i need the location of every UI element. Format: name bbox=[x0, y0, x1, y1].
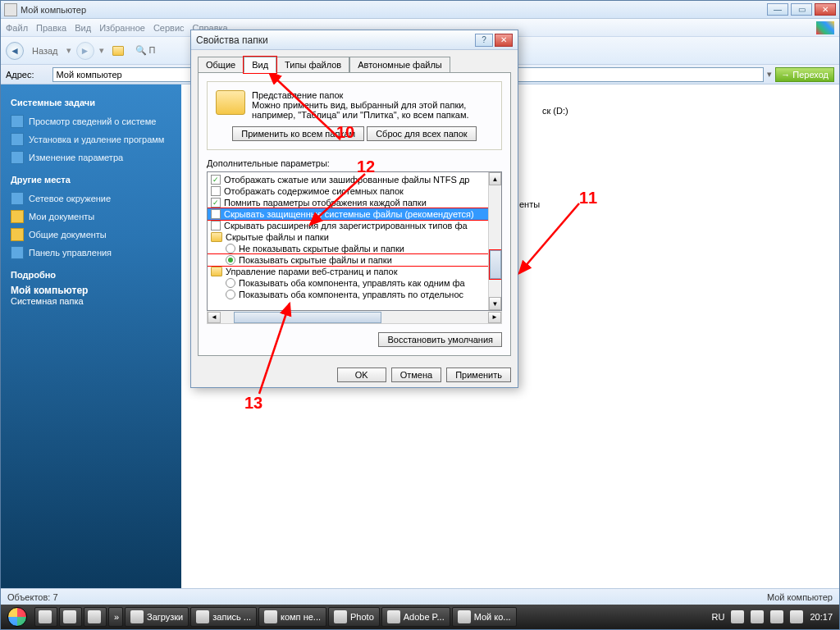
clock[interactable]: 20:17 bbox=[810, 612, 833, 622]
details-sub: Системная папка bbox=[11, 296, 171, 306]
list-item[interactable]: Показывать скрытые файлы и папки bbox=[208, 254, 488, 266]
restore-defaults-button[interactable]: Восстановить умолчания bbox=[378, 332, 502, 347]
hscroll-thumb[interactable] bbox=[234, 312, 381, 323]
place-mydocs[interactable]: Мои документы bbox=[11, 208, 171, 226]
quicklaunch-item[interactable] bbox=[59, 607, 82, 627]
app-icon bbox=[39, 610, 52, 623]
tab-filetypes[interactable]: Типы файлов bbox=[276, 57, 349, 73]
taskbar-item[interactable]: Загрузки bbox=[125, 607, 189, 627]
place-control[interactable]: Панель управления bbox=[11, 244, 171, 262]
radio-icon[interactable] bbox=[226, 278, 235, 288]
list-item-label: Не показывать скрытые файлы и папки bbox=[239, 244, 404, 253]
place-shared[interactable]: Общие документы bbox=[11, 226, 171, 244]
taskbar-item[interactable]: запись ... bbox=[190, 607, 257, 627]
search-button[interactable]: 🔍 П bbox=[132, 41, 159, 61]
menu-fav[interactable]: Избранное bbox=[99, 23, 145, 33]
volume-icon[interactable] bbox=[790, 610, 803, 623]
menu-view[interactable]: Вид bbox=[75, 23, 91, 33]
tray-icon[interactable] bbox=[751, 610, 764, 623]
menu-edit[interactable]: Правка bbox=[36, 23, 66, 33]
close-button[interactable]: ✕ bbox=[815, 3, 836, 16]
list-item[interactable]: Не показывать скрытые файлы и папки bbox=[208, 243, 488, 254]
scroll-up-button[interactable]: ▲ bbox=[489, 172, 501, 185]
list-item[interactable]: Показывать оба компонента, управлять по … bbox=[208, 289, 488, 300]
radio-icon[interactable] bbox=[226, 244, 235, 253]
reset-all-button[interactable]: Сброс для всех папок bbox=[367, 126, 477, 141]
tasks-heading: Системные задачи bbox=[11, 98, 171, 107]
list-item[interactable]: Показывать оба компонента, управлять как… bbox=[208, 277, 488, 289]
status-right: Мой компьютер bbox=[767, 592, 833, 602]
settings-icon bbox=[11, 151, 24, 164]
go-button[interactable]: → Переход bbox=[775, 67, 834, 82]
up-button[interactable] bbox=[109, 41, 127, 61]
checkbox-icon[interactable]: ✓ bbox=[211, 198, 221, 208]
tab-view[interactable]: Вид bbox=[244, 57, 276, 73]
list-item[interactable]: Управление парами веб-страниц и папок bbox=[208, 266, 488, 277]
taskbar-item[interactable]: Photo bbox=[328, 607, 380, 627]
cancel-button[interactable]: Отмена bbox=[391, 368, 441, 382]
place-network[interactable]: Сетевое окружение bbox=[11, 189, 171, 208]
tab-offline[interactable]: Автономные файлы bbox=[349, 57, 450, 73]
list-item-label: Управление парами веб-страниц и папок bbox=[226, 267, 397, 276]
radio-icon[interactable] bbox=[226, 290, 235, 299]
list-item[interactable]: Отображать содержимое системных папок bbox=[208, 185, 488, 197]
back-label[interactable]: Назад bbox=[29, 41, 62, 61]
list-item-label: Показывать оба компонента, управлять по … bbox=[239, 290, 463, 299]
details-heading: Подробно bbox=[11, 270, 171, 280]
content-item[interactable]: енты bbox=[519, 199, 540, 209]
checkbox-icon[interactable]: ✓ bbox=[211, 175, 221, 185]
tray-icon[interactable] bbox=[731, 610, 744, 623]
task-sysinfo[interactable]: Просмотр сведений о системе bbox=[11, 112, 171, 130]
folder-views-group: Представление папок Можно применить вид,… bbox=[207, 81, 502, 150]
scroll-thumb[interactable] bbox=[490, 250, 501, 279]
tab-strip: Общие Вид Типы файлов Автономные файлы bbox=[198, 57, 511, 73]
folder-options-dialog: Свойства папки ? ✕ Общие Вид Типы файлов… bbox=[190, 30, 518, 388]
content-item[interactable]: ск (D:) bbox=[542, 106, 568, 116]
advanced-settings-list[interactable]: ✓Отображать сжатые или зашифрованные фай… bbox=[207, 171, 502, 311]
list-item[interactable]: Скрывать расширения для зарегистрированн… bbox=[208, 220, 488, 231]
menu-file[interactable]: Файл bbox=[6, 23, 28, 33]
status-left: Объектов: 7 bbox=[7, 592, 58, 602]
horizontal-scrollbar[interactable]: ◄ ► bbox=[207, 311, 502, 324]
checkbox-icon[interactable] bbox=[211, 209, 221, 219]
word-icon bbox=[264, 610, 277, 623]
scroll-left-button[interactable]: ◄ bbox=[208, 312, 221, 323]
dialog-close-button[interactable]: ✕ bbox=[495, 34, 513, 47]
start-button[interactable] bbox=[1, 605, 34, 629]
ok-button[interactable]: OK bbox=[337, 368, 386, 382]
list-item[interactable]: Скрытые файлы и папки bbox=[208, 231, 488, 243]
quicklaunch-item[interactable] bbox=[84, 607, 107, 627]
list-item[interactable]: Скрывать защищенные системные файлы (рек… bbox=[208, 208, 488, 220]
list-item[interactable]: ✓Отображать сжатые или зашифрованные фай… bbox=[208, 174, 488, 185]
task-settings[interactable]: Изменение параметра bbox=[11, 148, 171, 167]
minimize-button[interactable]: — bbox=[767, 3, 788, 16]
quicklaunch-item[interactable] bbox=[34, 607, 57, 627]
taskbar-item[interactable]: Мой ко... bbox=[452, 607, 517, 627]
list-item[interactable]: ✓Помнить параметры отображения каждой па… bbox=[208, 197, 488, 208]
checkbox-icon[interactable] bbox=[211, 221, 221, 231]
taskbar: » Загрузки запись ... комп не... Photo A… bbox=[1, 605, 839, 629]
tab-general[interactable]: Общие bbox=[198, 57, 244, 73]
taskbar-item[interactable]: Adobe P... bbox=[381, 607, 450, 627]
vertical-scrollbar[interactable]: ▲ ▼ bbox=[488, 172, 501, 310]
radio-icon[interactable] bbox=[226, 255, 235, 265]
scroll-right-button[interactable]: ► bbox=[488, 312, 501, 323]
list-item-label: Скрывать расширения для зарегистрированн… bbox=[224, 221, 468, 231]
tray-icon[interactable] bbox=[770, 610, 783, 623]
back-button[interactable]: ◄ bbox=[6, 42, 24, 60]
list-item-label: Скрытые файлы и папки bbox=[226, 232, 329, 242]
apply-button[interactable]: Применить bbox=[446, 368, 511, 382]
task-addremove[interactable]: Установка и удаление программ bbox=[11, 130, 171, 148]
menu-tools[interactable]: Сервис bbox=[153, 23, 185, 33]
maximize-button[interactable]: ▭ bbox=[791, 3, 812, 16]
quicklaunch-more[interactable]: » bbox=[108, 607, 123, 627]
lang-indicator[interactable]: RU bbox=[712, 612, 725, 622]
scroll-down-button[interactable]: ▼ bbox=[489, 297, 501, 310]
checkbox-icon[interactable] bbox=[211, 186, 221, 196]
apply-all-button[interactable]: Применить ко всем папкам bbox=[232, 126, 364, 141]
explorer-icon bbox=[458, 610, 471, 623]
advanced-label: Дополнительные параметры: bbox=[207, 158, 502, 168]
forward-button[interactable]: ► bbox=[76, 42, 94, 60]
taskbar-item[interactable]: комп не... bbox=[258, 607, 326, 627]
help-button[interactable]: ? bbox=[475, 34, 493, 47]
